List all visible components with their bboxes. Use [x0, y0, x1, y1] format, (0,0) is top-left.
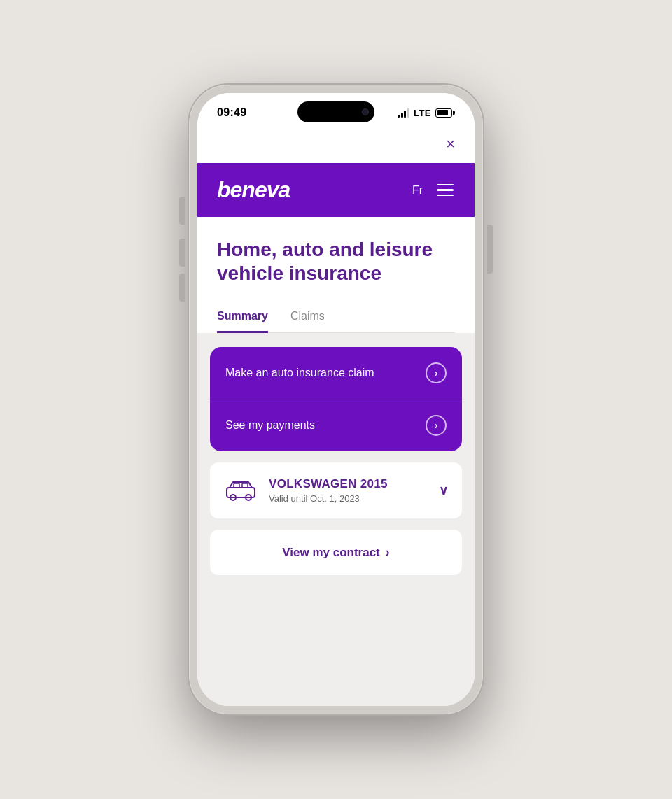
dynamic-island [298, 101, 374, 122]
page-title-section: Home, auto and leisure vehicle insurance… [197, 217, 475, 333]
header-right: Fr [412, 183, 455, 198]
signal-icon [398, 108, 410, 118]
payments-arrow-icon: › [426, 415, 447, 436]
page-title: Home, auto and leisure vehicle insurance [217, 238, 455, 285]
content-area: Make an auto insurance claim › See my pa… [197, 333, 475, 589]
signal-bar-1 [398, 115, 400, 118]
claim-arrow-icon: › [426, 362, 447, 383]
tab-claims[interactable]: Claims [290, 302, 325, 333]
action-claim-label: Make an auto insurance claim [225, 367, 374, 379]
main-content: Home, auto and leisure vehicle insurance… [197, 217, 475, 706]
hamburger-line-2 [437, 189, 454, 191]
action-item-claim[interactable]: Make an auto insurance claim › [210, 347, 462, 400]
language-button[interactable]: Fr [412, 184, 423, 197]
tab-summary[interactable]: Summary [217, 302, 268, 333]
view-contract-card[interactable]: View my contract › [210, 530, 462, 575]
vehicle-name: VOLKSWAGEN 2015 [269, 477, 428, 491]
brand-logo: beneva [217, 177, 290, 203]
battery-cap [453, 111, 455, 115]
status-bar: 09:49 LTE [197, 93, 475, 128]
action-item-payments[interactable]: See my payments › [210, 400, 462, 451]
contract-chevron-icon: › [386, 545, 390, 560]
status-icons: LTE [398, 108, 455, 118]
view-contract-link[interactable]: View my contract › [282, 545, 390, 560]
action-card: Make an auto insurance claim › See my pa… [210, 347, 462, 451]
hamburger-line-3 [437, 195, 454, 197]
battery-body [435, 108, 452, 118]
menu-icon[interactable] [435, 183, 455, 198]
battery-fill [438, 110, 448, 115]
close-area: × [197, 128, 475, 163]
signal-bar-2 [401, 113, 403, 118]
vehicle-valid-date: Valid until Oct. 1, 2023 [269, 493, 428, 504]
signal-bar-4 [407, 108, 410, 118]
battery-icon [435, 108, 455, 118]
vehicle-info: VOLKSWAGEN 2015 Valid until Oct. 1, 2023 [269, 477, 428, 504]
hamburger-line-1 [437, 184, 454, 186]
camera-dot [362, 108, 369, 115]
claim-arrow-chevron: › [435, 367, 438, 379]
payments-arrow-chevron: › [435, 420, 438, 431]
signal-bar-3 [404, 111, 406, 118]
action-payments-label: See my payments [225, 419, 315, 432]
status-time: 09:49 [217, 106, 246, 119]
vehicle-card[interactable]: VOLKSWAGEN 2015 Valid until Oct. 1, 2023… [210, 462, 462, 518]
tabs: Summary Claims [217, 302, 455, 333]
vehicle-expand-icon: ∨ [439, 483, 448, 498]
car-icon [224, 476, 258, 504]
lte-label: LTE [414, 108, 431, 118]
phone-frame: 09:49 LTE [189, 85, 483, 714]
view-contract-label: View my contract [282, 546, 380, 560]
close-button[interactable]: × [443, 134, 458, 155]
app-header: beneva Fr [197, 163, 475, 217]
phone-wrapper: 09:49 LTE [168, 64, 504, 735]
phone-screen: 09:49 LTE [197, 93, 475, 706]
